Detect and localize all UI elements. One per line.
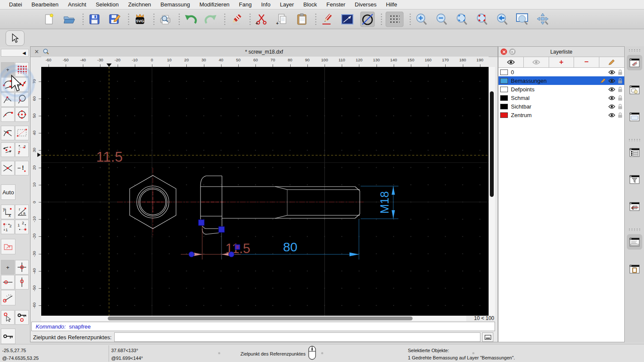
layer-row[interactable]: Bemassungen — [498, 76, 624, 85]
drawing-canvas[interactable]: 80 M18 11.5 11.5 — [41, 67, 489, 316]
layer-visibility-eye-icon[interactable] — [608, 87, 615, 92]
layer-lock-icon[interactable] — [618, 112, 623, 118]
notification-panel-button[interactable] — [627, 199, 642, 214]
clipboard-panel-button[interactable] — [627, 261, 642, 277]
command-input[interactable] — [114, 332, 480, 342]
layer-lock-icon[interactable] — [618, 87, 623, 92]
layer-lock-icon[interactable] — [618, 69, 623, 75]
undo-button[interactable] — [183, 12, 198, 27]
add-layer-button[interactable]: + — [549, 57, 574, 67]
snap-nothing-button[interactable]: ! — [15, 161, 29, 175]
menu-layer[interactable]: Layer — [275, 1, 299, 8]
print-preview-button[interactable] — [158, 12, 173, 27]
snap-free-button[interactable]: + — [1, 62, 15, 77]
pick-relative-zero-button[interactable] — [1, 310, 15, 325]
show-all-layers-button[interactable] — [498, 57, 524, 67]
layer-row[interactable]: Sichtbar — [498, 102, 624, 111]
snap-cross-button[interactable] — [1, 161, 15, 175]
zoom-in-button[interactable] — [414, 12, 429, 27]
pen-attributes-button[interactable] — [320, 12, 334, 27]
coordinates-polar-button[interactable]: ra — [15, 205, 29, 219]
save-button[interactable] — [87, 12, 102, 27]
snap-grid-button[interactable] — [15, 62, 29, 77]
command-history[interactable]: Kommando: snapfree — [31, 322, 495, 331]
float-panel-button[interactable] — [509, 48, 516, 55]
redo-button[interactable] — [204, 12, 218, 27]
menu-diverses[interactable]: Diverses — [350, 1, 381, 8]
layer-row[interactable]: Schmal — [498, 94, 624, 102]
menu-info[interactable]: Info — [256, 1, 275, 8]
snap-on-entity-button[interactable] — [15, 77, 29, 92]
close-panel-button[interactable] — [501, 48, 507, 55]
zoom-selection-button[interactable] — [475, 12, 489, 27]
menu-modifizieren[interactable]: Modifizieren — [195, 1, 234, 8]
library-browser-panel-button[interactable] — [627, 109, 642, 124]
layer-row[interactable]: 0 — [498, 68, 624, 76]
zoom-previous-button[interactable] — [495, 12, 510, 27]
restrict-orthogonal-button[interactable] — [1, 142, 15, 157]
cut-button[interactable]: + — [254, 12, 269, 27]
relative-zero-horizontal-button[interactable] — [1, 275, 15, 290]
snap-intersection-button[interactable] — [1, 126, 15, 140]
angle-gauge-button[interactable] — [1, 290, 15, 305]
vertical-scroll-thumb[interactable] — [490, 91, 494, 197]
block-list-panel-button[interactable] — [627, 82, 642, 97]
relative-zero-vertical-button[interactable] — [15, 275, 29, 290]
set-relative-zero-button[interactable] — [15, 260, 29, 275]
copy-button[interactable]: + — [274, 12, 289, 27]
layer-lock-icon[interactable] — [618, 78, 623, 84]
coordinates-absolute-button[interactable]: 12 — [1, 220, 15, 234]
layer-visibility-eye-icon[interactable] — [608, 104, 615, 109]
dock-handle[interactable] — [628, 49, 641, 51]
layer-visibility-eye-icon[interactable] — [608, 113, 615, 118]
restrict-horizontal-vertical-button[interactable]: 12 — [15, 142, 29, 157]
menu-hilfe[interactable]: Hilfe — [381, 1, 402, 8]
menu-block[interactable]: Block — [298, 1, 322, 8]
snap-perpendicular-button[interactable] — [1, 92, 15, 107]
snap-center-button[interactable] — [15, 107, 29, 122]
menu-ansicht[interactable]: Ansicht — [63, 1, 91, 8]
menu-datei[interactable]: Datei — [4, 1, 27, 8]
menu-bemassung[interactable]: Bemassung — [156, 1, 195, 8]
layer-list-panel-button[interactable] — [627, 55, 642, 70]
zoom-pan-button[interactable] — [535, 12, 550, 27]
layer-visibility-eye-icon[interactable] — [608, 96, 615, 100]
snap-middle-button[interactable] — [15, 92, 29, 107]
menu-zeichnen[interactable]: Zeichnen — [123, 1, 155, 8]
grid-toggle-button[interactable] — [386, 12, 404, 27]
menu-selektion[interactable]: Selektion — [91, 1, 123, 8]
zoom-auto-button[interactable] — [455, 12, 469, 27]
layer-row[interactable]: Defpoints — [498, 85, 624, 94]
restrict-rectangle-button[interactable] — [15, 126, 29, 140]
export-svg-button[interactable]: SVG — [133, 12, 147, 27]
layer-visibility-eye-icon[interactable] — [608, 70, 615, 75]
filter-panel-button[interactable] — [627, 172, 642, 187]
lock-button[interactable] — [1, 329, 15, 344]
layer-lock-icon[interactable] — [618, 95, 623, 101]
entity-list-panel-button[interactable] — [627, 145, 642, 160]
zoom-window-button[interactable] — [515, 12, 530, 27]
lock-relative-zero-button[interactable] — [15, 310, 29, 325]
open-file-button[interactable] — [62, 12, 76, 27]
layer-row[interactable]: Zentrum — [498, 111, 624, 119]
hide-all-layers-button[interactable] — [524, 57, 549, 67]
layer-lock-icon[interactable] — [618, 104, 623, 109]
remove-layer-button[interactable]: − — [574, 57, 599, 67]
coordinates-relative-button[interactable]: 12 — [15, 220, 29, 234]
close-document-icon[interactable]: ✕ — [34, 48, 39, 55]
delete-button[interactable] — [229, 12, 243, 27]
coordinates-cartesian-button[interactable]: yx — [1, 205, 15, 219]
command-line-panel-button[interactable] — [627, 234, 642, 250]
selection-tool-button[interactable] — [6, 30, 24, 46]
edit-layer-button[interactable] — [599, 57, 624, 67]
horizontal-scroll-thumb[interactable] — [108, 317, 413, 320]
new-file-button[interactable] — [42, 12, 56, 27]
horizontal-scrollbar[interactable] — [41, 316, 466, 321]
vertical-scrollbar[interactable] — [489, 67, 495, 316]
menu-bearbeiten[interactable]: Bearbeiten — [27, 1, 63, 8]
auto-snap-button[interactable]: Auto — [1, 184, 15, 200]
menu-fang[interactable]: Fang — [234, 1, 257, 8]
save-as-button[interactable] — [107, 12, 122, 27]
line-tool-button[interactable] — [340, 12, 355, 27]
layer-visibility-eye-icon[interactable] — [608, 78, 615, 83]
